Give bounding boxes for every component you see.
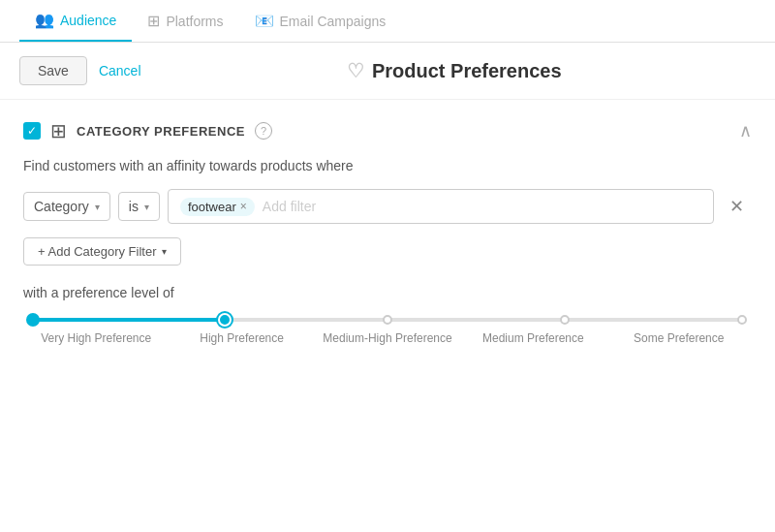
add-category-filter-label: + Add Category Filter — [38, 244, 156, 259]
tab-audience[interactable]: 👥 Audience — [19, 0, 132, 42]
category-chevron-icon: ▾ — [95, 202, 100, 212]
slider-label-high: High Preference — [169, 331, 314, 347]
heart-icon: ♡ — [347, 59, 364, 82]
add-filter-placeholder: Add filter — [263, 199, 316, 214]
slider-label-medium-high: Medium-High Preference — [315, 331, 460, 347]
tag-remove-button[interactable]: × — [240, 200, 247, 213]
cancel-button[interactable]: Cancel — [99, 63, 141, 78]
help-icon[interactable]: ? — [255, 122, 272, 140]
email-icon: 📧 — [255, 12, 274, 30]
tab-email-campaigns[interactable]: 📧 Email Campaigns — [239, 0, 402, 42]
tab-platforms[interactable]: ⊞ Platforms — [132, 0, 238, 42]
slider-track — [33, 318, 742, 322]
slider-dot-medium — [560, 315, 570, 325]
add-filter-chevron-icon: ▾ — [162, 246, 167, 257]
tab-audience-label: Audience — [60, 13, 116, 28]
tab-email-label: Email Campaigns — [280, 14, 387, 29]
slider-label-medium: Medium Preference — [460, 331, 605, 347]
footwear-tag: footwear × — [180, 198, 255, 216]
section-title: CATEGORY PREFERENCE — [77, 124, 245, 139]
audience-icon: 👥 — [35, 11, 54, 29]
slider-thumb-start[interactable] — [26, 313, 40, 327]
grid-icon: ⊞ — [50, 119, 67, 142]
filter-input-box[interactable]: footwear × Add filter — [168, 189, 714, 224]
top-navigation: 👥 Audience ⊞ Platforms 📧 Email Campaigns — [0, 0, 775, 43]
page-title: ♡ Product Preferences — [153, 59, 756, 82]
slider-label-very-high: Very High Preference — [23, 331, 169, 347]
add-category-filter-button[interactable]: + Add Category Filter ▾ — [23, 237, 181, 266]
platforms-icon: ⊞ — [147, 12, 160, 30]
product-preferences-title: Product Preferences — [372, 60, 562, 82]
category-dropdown[interactable]: Category ▾ — [23, 192, 110, 221]
section-header: ✓ ⊞ CATEGORY PREFERENCE ? ∧ — [23, 119, 752, 142]
is-label: is — [129, 199, 139, 214]
preference-slider[interactable] — [23, 318, 752, 322]
slider-thumb-end[interactable] — [218, 313, 232, 327]
toolbar: Save Cancel ♡ Product Preferences — [0, 43, 775, 100]
section-header-left: ✓ ⊞ CATEGORY PREFERENCE ? — [23, 119, 272, 142]
is-dropdown[interactable]: is ▾ — [118, 192, 160, 221]
collapse-icon[interactable]: ∧ — [739, 120, 752, 141]
category-checkbox[interactable]: ✓ — [23, 122, 41, 140]
slider-dot-medium-high — [383, 315, 392, 325]
slider-labels: Very High Preference High Preference Med… — [23, 331, 752, 347]
is-chevron-icon: ▾ — [144, 202, 149, 212]
category-label: Category — [34, 199, 89, 214]
description-text: Find customers with an affinity towards … — [23, 158, 752, 173]
filter-row: Category ▾ is ▾ footwear × Add filter ✕ — [23, 189, 752, 224]
tab-platforms-label: Platforms — [166, 14, 223, 29]
slider-fill — [33, 318, 225, 322]
preference-level-label: with a preference level of — [23, 285, 752, 300]
slider-dot-some — [737, 315, 747, 325]
save-button[interactable]: Save — [19, 56, 87, 85]
tag-label: footwear — [188, 200, 236, 214]
remove-filter-button[interactable]: ✕ — [722, 192, 752, 221]
slider-label-some: Some Preference — [606, 331, 752, 347]
main-content: ✓ ⊞ CATEGORY PREFERENCE ? ∧ Find custome… — [0, 100, 775, 366]
